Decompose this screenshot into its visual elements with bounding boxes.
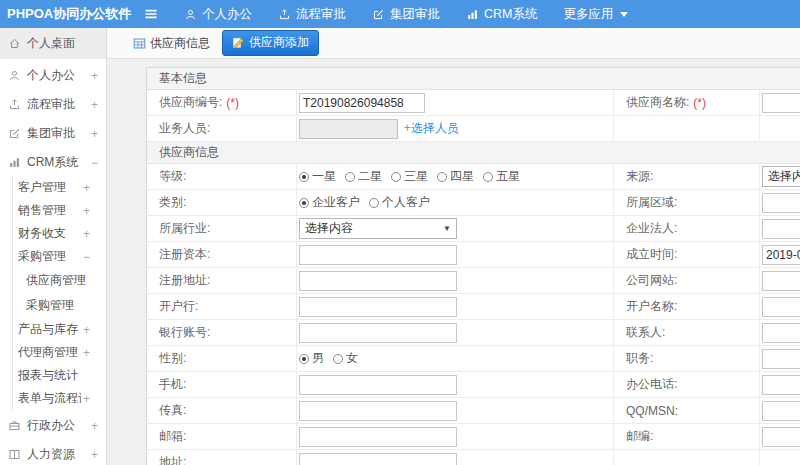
expand-toggle[interactable]: +: [81, 346, 90, 360]
sidebar-item[interactable]: 财务收支+: [0, 222, 106, 245]
radio-option[interactable]: 女: [333, 350, 358, 367]
sidebar-item[interactable]: 客户管理+: [0, 176, 106, 199]
nav-item-label: 个人办公: [202, 6, 252, 23]
hamburger-menu-icon[interactable]: [143, 6, 159, 22]
radio-button-icon[interactable]: [369, 198, 379, 208]
field-label: 传真:: [159, 402, 186, 419]
form-text-input[interactable]: [299, 427, 457, 447]
radio-button-icon[interactable]: [345, 172, 355, 182]
expand-toggle[interactable]: +: [89, 127, 98, 141]
tab-2[interactable]: 供应商添加: [222, 30, 319, 56]
radio-button-icon[interactable]: [483, 172, 493, 182]
select-person-link[interactable]: +选择人员: [404, 120, 459, 137]
field-label: 邮箱:: [159, 428, 186, 445]
radio-option[interactable]: 二星: [345, 168, 382, 185]
form-text-input[interactable]: [299, 297, 457, 317]
field-label-cell: [614, 116, 760, 141]
radio-button-icon[interactable]: [437, 172, 447, 182]
form-text-input[interactable]: [299, 401, 457, 421]
sidebar-item[interactable]: CRM系统−: [0, 149, 106, 176]
tab-1[interactable]: 供应商信息: [133, 35, 210, 52]
nav-item-3[interactable]: 集团审批: [359, 0, 453, 28]
radio-button-icon[interactable]: [299, 172, 309, 182]
expand-toggle[interactable]: +: [81, 227, 90, 241]
sidebar-item[interactable]: 集团审批+: [0, 120, 106, 147]
form-text-input[interactable]: [299, 375, 457, 395]
expand-toggle[interactable]: +: [81, 323, 90, 337]
form-text-input[interactable]: [762, 193, 800, 213]
sidebar-item[interactable]: 个人办公+: [0, 62, 106, 89]
form-select[interactable]: 选择内容▼: [762, 166, 800, 187]
radio-option[interactable]: 四星: [437, 168, 474, 185]
sidebar-item[interactable]: 流程审批+: [0, 91, 106, 118]
expand-toggle[interactable]: +: [89, 69, 98, 83]
expand-toggle[interactable]: +: [89, 98, 98, 112]
expand-toggle[interactable]: +: [81, 181, 90, 195]
field-input-cell: +选择人员: [297, 116, 614, 141]
section-header: 基本信息: [147, 68, 800, 90]
expand-toggle[interactable]: −: [89, 156, 98, 170]
nav-item-4[interactable]: CRM系统: [453, 0, 550, 28]
form-select[interactable]: 选择内容▼: [299, 218, 457, 239]
sidebar-item-label: 财务收支: [18, 225, 81, 242]
form-text-input[interactable]: [762, 323, 800, 343]
form-row: 类别:企业客户个人客户所属区域:: [147, 190, 800, 216]
expand-toggle[interactable]: +: [81, 204, 90, 218]
sidebar-item[interactable]: 销售管理+: [0, 199, 106, 222]
form-text-input[interactable]: [299, 93, 425, 113]
caret-down-icon: ▼: [443, 224, 451, 233]
form-text-input[interactable]: [762, 271, 800, 291]
field-input-cell: [760, 398, 800, 423]
sidebar-item-label: 采购管理: [26, 297, 90, 314]
radio-option[interactable]: 个人客户: [369, 194, 430, 211]
sidebar-item[interactable]: 表单与流程设置+: [0, 387, 106, 410]
sidebar-item[interactable]: 人力资源+: [0, 441, 106, 465]
field-label: 办公电话:: [626, 376, 677, 393]
form-text-input[interactable]: [299, 245, 457, 265]
radio-button-icon[interactable]: [299, 198, 309, 208]
sidebar-item[interactable]: 报表与统计: [0, 364, 106, 387]
form-row: 注册资本:成立时间:: [147, 242, 800, 268]
radio-option[interactable]: 一星: [299, 168, 336, 185]
sidebar-item[interactable]: 采购管理−: [0, 245, 106, 268]
radio-button-icon[interactable]: [391, 172, 401, 182]
form-text-input[interactable]: [762, 219, 800, 239]
sidebar-item[interactable]: 采购管理: [0, 293, 106, 318]
expand-toggle[interactable]: +: [89, 448, 98, 462]
nav-item-1[interactable]: 个人办公: [171, 0, 265, 28]
radio-button-icon[interactable]: [299, 354, 309, 364]
radio-button-icon[interactable]: [333, 354, 343, 364]
nav-item-2[interactable]: 流程审批: [265, 0, 359, 28]
expand-toggle[interactable]: +: [81, 392, 90, 406]
form-text-input[interactable]: [299, 119, 398, 139]
tab-label: 供应商信息: [150, 35, 210, 52]
sidebar-item-label: 表单与流程设置: [18, 390, 81, 407]
form-text-input[interactable]: [299, 323, 457, 343]
form-text-input[interactable]: [762, 349, 800, 369]
form-text-input[interactable]: [762, 245, 800, 265]
form-text-input[interactable]: [299, 271, 457, 291]
radio-label: 女: [346, 350, 358, 367]
form-text-input[interactable]: [762, 93, 800, 113]
sidebar-item[interactable]: 产品与库存+: [0, 318, 106, 341]
form-text-input[interactable]: [762, 427, 800, 447]
nav-item-5[interactable]: 更多应用: [550, 0, 641, 28]
form-text-input[interactable]: [762, 375, 800, 395]
form-text-input[interactable]: [762, 297, 800, 317]
field-label-cell: 开户行:: [147, 294, 297, 319]
expand-toggle[interactable]: −: [81, 250, 90, 264]
expand-toggle[interactable]: +: [89, 419, 98, 433]
radio-option[interactable]: 五星: [483, 168, 520, 185]
main-content: 供应商信息供应商添加 基本信息供应商编号:(*)供应商名称:(*)业务人员:+选…: [107, 28, 800, 465]
radio-option[interactable]: 男: [299, 350, 324, 367]
sidebar-item[interactable]: 供应商管理: [0, 268, 106, 293]
form-text-input[interactable]: [762, 401, 800, 421]
sidebar-item[interactable]: 代理商管理+: [0, 341, 106, 364]
form-text-input[interactable]: [299, 453, 457, 465]
field-input-cell: [297, 268, 614, 293]
sidebar-item[interactable]: 个人桌面: [0, 28, 106, 59]
sidebar-item[interactable]: 行政办公+: [0, 412, 106, 439]
radio-option[interactable]: 三星: [391, 168, 428, 185]
form-row: 银行账号:联系人:: [147, 320, 800, 346]
radio-option[interactable]: 企业客户: [299, 194, 360, 211]
